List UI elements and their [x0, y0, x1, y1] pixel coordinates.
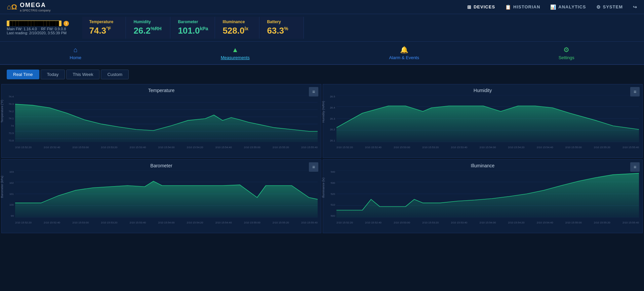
secondary-nav-home[interactable]: ⌂ Home: [49, 45, 102, 61]
humidity-y-axis-label: Humidity (%RH): [322, 101, 325, 123]
sensor-humidity-value: 26.2%RH: [133, 26, 163, 36]
today-button[interactable]: Today: [41, 70, 65, 79]
historian-icon: 📋: [505, 4, 511, 10]
nav-devices[interactable]: ⊞ DEVICES: [467, 4, 495, 10]
device-header: ████████████████ i Main FW: 1.16.4.0 RF …: [0, 14, 644, 42]
realtime-button[interactable]: Real Time: [7, 70, 39, 79]
temperature-chart-title: Temperature: [5, 88, 318, 93]
sensor-temperature-label: Temperature: [89, 19, 119, 24]
barometer-chart-area: 103 102 101 100 99: [5, 170, 318, 224]
sensor-barometer-label: Barometer: [178, 19, 208, 24]
secondary-nav-alarm[interactable]: 🔔 Alarm & Events: [369, 44, 439, 61]
time-filter: Real Time Today This Week Custom: [0, 65, 644, 84]
temperature-x-labels: 2/10 15:52:20 2/10 15:52:40 2/10 15:53:0…: [15, 146, 318, 149]
temperature-y-ticks: 74.4 74.3 74.2 74.1 74 73.9 73.8: [5, 95, 15, 142]
illuminance-chart-area: 540 530 520 510 500: [326, 170, 639, 224]
barometer-chart-svg: [15, 170, 318, 217]
sensor-battery-value: 63.3%: [267, 26, 297, 36]
barometer-y-ticks: 103 102 101 100 99: [5, 170, 15, 217]
sensor-battery-label: Battery: [267, 19, 297, 24]
barometer-chart-title: Barometer: [5, 163, 318, 168]
secondary-nav-settings[interactable]: ⚙ Settings: [538, 44, 595, 61]
humidity-chart-svg: [336, 95, 639, 142]
logo: ⌂Ω OMEGA a SPECTRIS company: [7, 2, 50, 12]
nav-analytics[interactable]: 📊 ANALYTICS: [550, 4, 586, 10]
barometer-chart-card: Barometer ≡ 103 102 101 100 99: [1, 159, 321, 233]
humidity-chart-title: Humidity: [326, 88, 639, 93]
analytics-icon: 📊: [550, 4, 556, 10]
barometer-chart-svg-container: [15, 170, 318, 217]
devices-icon: ⊞: [467, 4, 472, 10]
temperature-chart-card: Temperature ≡ 74.4 74.3 74.2 74.1 74 73.…: [1, 84, 321, 158]
sensor-illuminance: Illuminance 528.0lx: [216, 17, 259, 39]
thisweek-button[interactable]: This Week: [66, 70, 99, 79]
humidity-chart-card: Humidity ≡ 26.5 26.4 26.3 26.2 26.1: [323, 84, 643, 158]
sensor-temperature-value: 74.3°F: [89, 26, 119, 36]
illuminance-x-labels: 2/10 15:52:20 2/10 15:52:40 2/10 15:53:0…: [336, 221, 639, 224]
sensor-humidity-label: Humidity: [133, 19, 163, 24]
nav-logout[interactable]: ↪: [633, 4, 637, 10]
humidity-chart-area: 26.5 26.4 26.3 26.2 26.1: [326, 95, 639, 149]
logo-sub: a SPECTRIS company: [20, 9, 51, 12]
sensor-illuminance-value: 528.0lx: [223, 26, 252, 36]
illuminance-chart-svg-container: [336, 170, 639, 217]
device-fw: Main FW: 1.16.4.0 RF FW: 0.9.0.8: [7, 27, 69, 31]
humidity-x-labels: 2/10 15:52:20 2/10 15:52:40 2/10 15:53:0…: [336, 146, 639, 149]
sensor-barometer-value: 101.0kPa: [178, 26, 208, 36]
nav-links: ⊞ DEVICES 📋 HISTORIAN 📊 ANALYTICS ⚙ SYST…: [467, 4, 637, 10]
device-name: ████████████████ i: [7, 20, 69, 26]
logo-main: OMEGA: [20, 2, 51, 9]
humidity-y-ticks: 26.5 26.4 26.3 26.2 26.1: [326, 95, 336, 142]
settings-icon: ⚙: [563, 46, 569, 54]
sensor-barometer: Barometer 101.0kPa: [171, 17, 215, 39]
illuminance-y-axis-label: Illuminance (lx): [322, 177, 325, 198]
illuminance-y-ticks: 540 530 520 510 500: [326, 170, 336, 217]
charts-grid: Temperature ≡ 74.4 74.3 74.2 74.1 74 73.…: [0, 84, 644, 235]
alarm-icon: 🔔: [400, 46, 408, 54]
illuminance-chart-title: Illuminance: [326, 163, 639, 168]
temperature-chart-area: 74.4 74.3 74.2 74.1 74 73.9 73.8: [5, 95, 318, 149]
barometer-x-labels: 2/10 15:52:20 2/10 15:52:40 2/10 15:53:0…: [15, 221, 318, 224]
logout-icon: ↪: [633, 4, 637, 10]
temperature-y-axis-label: Temperature (°F): [0, 100, 4, 123]
info-icon[interactable]: i: [64, 21, 69, 26]
system-icon: ⚙: [596, 4, 601, 10]
home-icon: ⌂: [74, 46, 78, 54]
barometer-y-axis-label: Barometer (kPa): [0, 176, 4, 198]
device-name-label: ████████████████: [7, 20, 62, 26]
omega-logo-icon: ⌂Ω: [7, 3, 17, 11]
top-navigation: ⌂Ω OMEGA a SPECTRIS company ⊞ DEVICES 📋 …: [0, 0, 644, 14]
sensor-illuminance-label: Illuminance: [223, 19, 252, 24]
measurements-icon: ▲: [232, 46, 239, 54]
device-info: ████████████████ i Main FW: 1.16.4.0 RF …: [7, 20, 69, 35]
sensor-humidity: Humidity 26.2%RH: [127, 17, 170, 39]
humidity-chart-svg-container: [336, 95, 639, 142]
custom-button[interactable]: Custom: [101, 70, 129, 79]
device-last-reading: Last reading: 2/10/2020, 3:55:39 PM: [7, 31, 69, 35]
secondary-navigation: ⌂ Home ▲ Measurements 🔔 Alarm & Events ⚙…: [0, 42, 644, 65]
sensor-grid: Temperature 74.3°F Humidity 26.2%RH Baro…: [82, 17, 637, 39]
sensor-temperature: Temperature 74.3°F: [82, 17, 126, 39]
illuminance-chart-svg: [336, 170, 639, 217]
temperature-chart-svg-container: [15, 95, 318, 142]
logo-text: OMEGA a SPECTRIS company: [20, 2, 51, 12]
sensor-battery: Battery 63.3%: [260, 17, 304, 39]
secondary-nav-measurements[interactable]: ▲ Measurements: [201, 45, 270, 61]
nav-historian[interactable]: 📋 HISTORIAN: [505, 4, 540, 10]
nav-system[interactable]: ⚙ SYSTEM: [596, 4, 623, 10]
illuminance-chart-card: Illuminance ≡ 540 530 520 510 500: [323, 159, 643, 233]
temperature-chart-svg: [15, 95, 318, 142]
